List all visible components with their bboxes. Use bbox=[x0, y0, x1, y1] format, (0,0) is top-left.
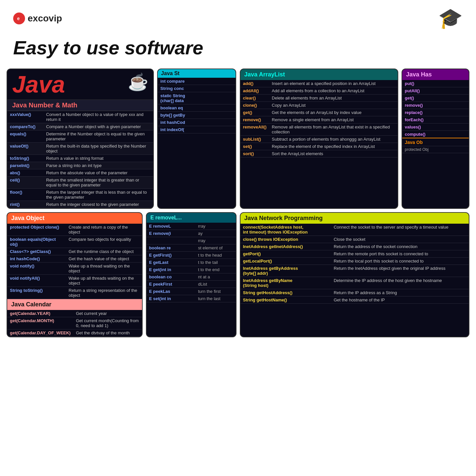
table-row: xxxValue() Convert a Number object to a … bbox=[7, 111, 153, 123]
table-row: E peekLas turn the first bbox=[147, 288, 236, 295]
hashmap-table: put() putAll() get() remove() replace() bbox=[402, 80, 469, 153]
tagline: Easy to use software bbox=[0, 33, 476, 69]
table-row: set() Replace the element of the specifi… bbox=[240, 143, 398, 150]
table-row: boolean co nt at a bbox=[147, 273, 236, 281]
table-row: int indexOf( bbox=[158, 126, 236, 133]
svg-text:e: e bbox=[17, 16, 20, 21]
table-row: addAll() Add all elements from a collect… bbox=[240, 87, 398, 95]
logo: e excovip bbox=[13, 13, 62, 24]
table-row: String getHostName() Get the hostname of… bbox=[240, 296, 469, 304]
java-object-calendar-card: Java Object protected Object clone() Cre… bbox=[7, 212, 143, 337]
table-row: protected Obj bbox=[402, 146, 469, 153]
table-row: protected Object clone() Create and retu… bbox=[7, 224, 142, 236]
graduation-icon: 🎓 bbox=[438, 7, 463, 30]
table-row: String getHostAddress() Return the IP ad… bbox=[240, 289, 469, 296]
table-row: values() bbox=[402, 124, 469, 131]
table-row: sort() Sort the ArrayList elements bbox=[240, 150, 398, 157]
table-row: compareTo() Compare a Number object with… bbox=[7, 123, 153, 130]
table-row: getPort() Return the remote port this so… bbox=[240, 250, 469, 258]
table-row: E get(int in t to the end bbox=[147, 266, 236, 273]
table-row: get(Calendar.DAY_OF_WEEK) Get the dtvtva… bbox=[7, 329, 142, 337]
java-string-table: int compare String conc static String(ch… bbox=[158, 78, 236, 133]
table-row: rray bbox=[147, 237, 236, 244]
table-row: connect(SocketAddress host,int timeout) … bbox=[240, 224, 469, 236]
table-row: floor() Return the largest integer that … bbox=[7, 189, 153, 201]
table-row: forEach() bbox=[402, 116, 469, 124]
table-row: int compare bbox=[158, 78, 236, 85]
arraylist-header: Java ArrayList bbox=[240, 69, 398, 80]
table-row: boolean equals(Object obj) Compare two o… bbox=[7, 236, 142, 248]
java-hashmap-card: Java Has put() putAll() get() rem bbox=[402, 69, 469, 209]
arraylist-table: add() Insert an element at a specified p… bbox=[240, 80, 398, 157]
header: e excovip 🎓 bbox=[0, 0, 476, 33]
table-row: E getLast t to the tail bbox=[147, 259, 236, 266]
table-row: void notifyAll() Wake up all threads wai… bbox=[7, 275, 142, 287]
java-arraylist-card: Java ArrayList add() Insert an element a… bbox=[240, 69, 398, 209]
table-row: InetAddress getByName(String host) Deter… bbox=[240, 277, 469, 289]
java-string-card: Java St int compare String conc static S… bbox=[157, 69, 237, 209]
java-subtitle: Java Number & Math bbox=[12, 101, 77, 109]
calendar-header: Java Calendar bbox=[7, 299, 142, 310]
table-row: Class<?> getClass() Get the runtime clas… bbox=[7, 248, 142, 255]
table-row: getLocalPort() Return the local port thi… bbox=[240, 258, 469, 265]
table-row: put() bbox=[402, 80, 469, 87]
table-row: void notify() Wake up a thread waiting o… bbox=[7, 263, 142, 275]
table-row: add() Insert an element at a specified p… bbox=[240, 80, 398, 87]
network-header: Java Network Programming bbox=[240, 213, 469, 224]
calendar-table: get(Calendar.YEAR) Get current year get(… bbox=[7, 310, 142, 337]
table-row: removeAll() Remove all elements from an … bbox=[240, 124, 398, 136]
table-row: replace() bbox=[402, 109, 469, 116]
table-row: E peekFirst dList bbox=[147, 281, 236, 288]
table-row: E getFirst() t to the head bbox=[147, 252, 236, 259]
object-table: protected Object clone() Create and retu… bbox=[7, 224, 142, 299]
table-row: String toString() Return a string repres… bbox=[7, 287, 142, 299]
table-row: toString() Return a value in string form… bbox=[7, 155, 153, 162]
table-row: String conc bbox=[158, 85, 236, 92]
coffee-icon: ☕ bbox=[128, 72, 148, 92]
table-row: InetAddress getInetAddress() Return the … bbox=[240, 243, 469, 250]
linkedlist-header: E removeL... bbox=[147, 213, 236, 223]
java-number-table: xxxValue() Convert a Number object to a … bbox=[7, 111, 153, 208]
table-row: get(Calendar.YEAR) Get current year bbox=[7, 310, 142, 317]
table-row: remove() Remove a single element from an… bbox=[240, 116, 398, 124]
network-table: connect(SocketAddress host,int timeout) … bbox=[240, 224, 469, 304]
table-row: boolean eq bbox=[158, 104, 236, 112]
table-row: boolean re st element of bbox=[147, 244, 236, 252]
table-row: subList() Subtract a portion of elements… bbox=[240, 136, 398, 143]
java-linkedlist-card: E removeL... E removeL rray E remove(i a… bbox=[146, 212, 237, 337]
table-row: int hashCode() Get the hash value of the… bbox=[7, 255, 142, 263]
table-row: clear() Delete all elements from an Arra… bbox=[240, 95, 398, 102]
java-title: Java bbox=[12, 72, 65, 96]
table-row: rint() Return the integer closest to the… bbox=[7, 201, 153, 208]
table-row: byte[] getBy bbox=[158, 112, 236, 119]
java-number-math-card: Java ☕ Java Number & Math xxxValue() Con… bbox=[7, 69, 154, 209]
java-network-card: Java Network Programming connect(SocketA… bbox=[240, 212, 470, 337]
table-row: abs() Return the absolute value of the p… bbox=[7, 169, 153, 177]
table-row: get() Get the elements of an ArrayList b… bbox=[240, 109, 398, 116]
table-row: get() bbox=[402, 95, 469, 102]
table-row: putAll() bbox=[402, 87, 469, 95]
table-row: parseInt() Parse a string into an int ty… bbox=[7, 162, 153, 169]
table-row: compute() bbox=[402, 131, 469, 138]
table-row: clone() Copy an ArrayList bbox=[240, 102, 398, 109]
table-row: E removeL rray bbox=[147, 223, 236, 230]
table-row: int hashCod bbox=[158, 119, 236, 126]
table-row: static String(char[] data bbox=[158, 92, 236, 104]
hashmap-header: Java Has bbox=[402, 69, 469, 80]
java-string-header: Java St bbox=[158, 69, 236, 78]
table-row: E remove(i ay bbox=[147, 230, 236, 237]
logo-icon: e bbox=[13, 13, 25, 24]
table-row: Java Ob bbox=[402, 138, 469, 146]
table-row: InetAddress getByAddress(byte[] addr) Re… bbox=[240, 265, 469, 277]
logo-name: excovip bbox=[28, 13, 62, 24]
table-row: remove() bbox=[402, 102, 469, 109]
table-row: E set(int in turn the last bbox=[147, 295, 236, 302]
linkedlist-table: E removeL rray E remove(i ay rray boo bbox=[147, 223, 236, 302]
table-row: get(Calendar.MONTH) Get current month(Co… bbox=[7, 317, 142, 329]
table-row: valueOf() Return the built-in data type … bbox=[7, 143, 153, 155]
table-row: equals() Determine if the Number object … bbox=[7, 130, 153, 143]
table-row: ceil() Return the smallest integer that … bbox=[7, 177, 153, 189]
table-row: close() throws IOException Close the soc… bbox=[240, 236, 469, 243]
object-header: Java Object bbox=[7, 213, 142, 224]
